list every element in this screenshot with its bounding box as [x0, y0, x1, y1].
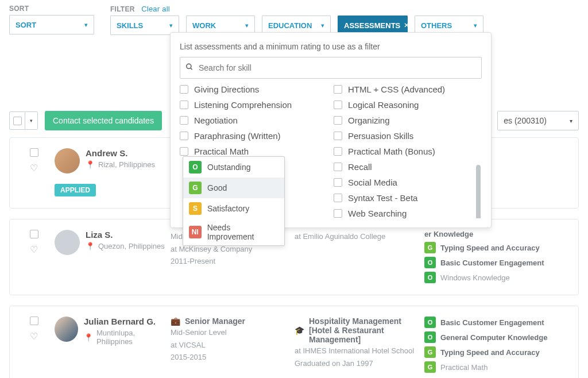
- skill-option[interactable]: Web Searching: [334, 209, 482, 218]
- work-line: Mid-Senior Level: [171, 327, 291, 338]
- chevron-down-icon: ▾: [570, 118, 572, 124]
- candidate-location: Muntinlupa, Philippines: [96, 329, 167, 346]
- checkbox[interactable]: [334, 209, 342, 218]
- checkbox[interactable]: [334, 194, 342, 202]
- rating-option-o[interactable]: OOutstanding: [183, 157, 284, 178]
- work-line: at VICSAL: [171, 340, 291, 351]
- sort-label: SORT: [9, 5, 101, 13]
- assessment-item: GTyping Speed and Accuracy: [424, 346, 569, 358]
- filter-label: OTHERS: [421, 21, 452, 30]
- checkbox[interactable]: [334, 101, 342, 109]
- location-pin-icon: 📍: [86, 242, 95, 250]
- skill-option[interactable]: Organizing: [334, 115, 482, 125]
- filter-label: WORK: [192, 21, 216, 30]
- assessment-name: Typing Speed and Accuracy: [440, 244, 540, 252]
- assessment-badge: O: [424, 272, 436, 283]
- checkbox[interactable]: [334, 116, 342, 125]
- svg-line-1: [191, 68, 192, 70]
- skill-label: Paraphrasing (Written): [194, 131, 281, 141]
- rating-option-s[interactable]: SSatisfactory: [183, 198, 284, 219]
- select-candidate-checkbox[interactable]: [30, 148, 38, 157]
- checkbox[interactable]: [334, 85, 342, 94]
- select-candidate-checkbox[interactable]: [30, 230, 38, 238]
- avatar: [55, 317, 78, 342]
- skill-option[interactable]: Social Media: [334, 178, 482, 187]
- filter-label: EDUCATION: [268, 21, 312, 30]
- chevron-down-icon: ▾: [84, 21, 88, 29]
- checkbox[interactable]: [180, 116, 188, 125]
- svg-point-0: [187, 64, 191, 68]
- assessment-name: General Computer Knowledge: [440, 333, 547, 342]
- skill-option[interactable]: Giving Directions: [180, 84, 328, 94]
- candidate-name[interactable]: Liza S.: [86, 230, 165, 240]
- clear-all-link[interactable]: Clear all: [141, 5, 170, 13]
- skill-search-input[interactable]: [180, 57, 482, 79]
- panel-description: List assessments and a minimum rating to…: [180, 42, 482, 51]
- assessment-item: OGeneral Computer Knowledge: [424, 331, 569, 343]
- checkbox[interactable]: [334, 132, 342, 140]
- graduation-cap-icon: 🎓: [295, 326, 304, 335]
- search-icon: [185, 63, 194, 73]
- checkbox[interactable]: [334, 163, 342, 171]
- favorite-icon[interactable]: ♡: [30, 163, 38, 173]
- rating-popover: OOutstandingGGoodSSatisfactoryNINeeds Im…: [183, 156, 285, 246]
- assessment-item: OBasic Customer Engagement: [424, 257, 569, 268]
- avatar: [55, 148, 80, 173]
- filter-label: FILTER Clear all: [110, 5, 579, 13]
- work-line: 2011-Present: [171, 256, 291, 267]
- assessment-item: OBasic Customer Engagement: [424, 317, 569, 328]
- rating-option-ni[interactable]: NINeeds Improvement: [183, 219, 284, 245]
- filter-label: ASSESSMENTS: [344, 21, 400, 30]
- scrollbar-thumb[interactable]: [476, 165, 481, 218]
- candidate-card: ♡Liza S.📍Quezon, PhilippinesMid-Senior L…: [9, 219, 579, 295]
- skill-option[interactable]: Paraphrasing (Written): [180, 131, 328, 141]
- rating-label: Good: [207, 183, 227, 192]
- results-page-select[interactable]: es (200310) ▾: [497, 111, 579, 130]
- skill-option[interactable]: Logical Reasoning: [334, 100, 482, 110]
- assessment-badge: G: [424, 242, 436, 253]
- briefcase-icon: 💼: [171, 317, 180, 326]
- checkbox[interactable]: [180, 147, 188, 156]
- skill-label: Organizing: [348, 115, 390, 125]
- sort-dropdown[interactable]: SORT ▾: [9, 15, 94, 34]
- candidate-name[interactable]: Julian Bernard G.: [84, 317, 167, 326]
- assessment-badge: O: [424, 257, 436, 268]
- skill-option[interactable]: Practical Math: [180, 146, 328, 156]
- assessment-name: er Knowledge: [424, 230, 473, 238]
- skill-option[interactable]: Persuasion Skills: [334, 131, 482, 141]
- skill-option[interactable]: Syntax Test - Beta: [334, 193, 482, 203]
- chevron-down-icon: ▾: [474, 22, 477, 29]
- select-all-dropdown[interactable]: ▾: [25, 111, 38, 130]
- checkbox[interactable]: [334, 178, 342, 187]
- checkbox[interactable]: [180, 101, 188, 109]
- rating-option-g[interactable]: GGood: [183, 178, 284, 198]
- assessment-badge: O: [424, 331, 436, 343]
- skill-label: Listening Comprehension: [194, 100, 292, 110]
- contact-selected-button[interactable]: Contact selected candidates: [45, 111, 162, 130]
- checkbox[interactable]: [180, 85, 188, 94]
- close-icon[interactable]: ✕: [404, 21, 409, 29]
- skill-label: HTML + CSS (Advanced): [348, 84, 445, 94]
- favorite-icon[interactable]: ♡: [30, 331, 38, 342]
- select-all-checkbox[interactable]: [9, 111, 25, 130]
- skill-label: Persuasion Skills: [348, 131, 413, 141]
- skill-option[interactable]: Negotiation: [180, 115, 328, 125]
- filter-skills[interactable]: SKILLS▾: [110, 16, 179, 35]
- rating-label: Needs Improvement: [207, 223, 278, 241]
- skill-option[interactable]: Listening Comprehension: [180, 100, 328, 110]
- favorite-icon[interactable]: ♡: [30, 244, 38, 255]
- education-title: Hospitality Management [Hotel & Restaura…: [309, 317, 421, 344]
- skill-option[interactable]: HTML + CSS (Advanced): [334, 84, 482, 94]
- candidate-name[interactable]: Andrew S.: [86, 148, 155, 158]
- sort-value: SORT: [16, 21, 36, 29]
- assessment-item: OWindows Knowledge: [424, 272, 569, 283]
- skill-label: Practical Math (Bonus): [348, 146, 435, 156]
- checkbox[interactable]: [180, 132, 188, 140]
- skill-option[interactable]: Practical Math (Bonus): [334, 146, 482, 156]
- avatar: [55, 230, 80, 255]
- checkbox[interactable]: [334, 147, 342, 156]
- education-line: Graduated on Jan 1997: [295, 358, 421, 369]
- select-candidate-checkbox[interactable]: [30, 317, 38, 325]
- work-title: Senior Manager: [185, 317, 245, 326]
- skill-option[interactable]: Recall: [334, 162, 482, 172]
